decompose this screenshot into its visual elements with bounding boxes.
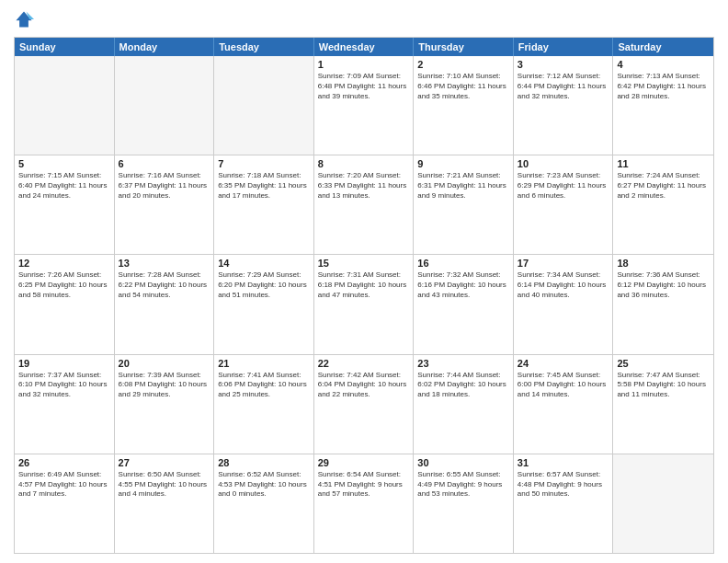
day-info-12: Sunrise: 7:26 AM Sunset: 6:25 PM Dayligh… bbox=[18, 270, 110, 300]
calendar-cell-4-3: 29Sunrise: 6:54 AM Sunset: 4:51 PM Dayli… bbox=[314, 454, 415, 553]
day-info-18: Sunrise: 7:36 AM Sunset: 6:12 PM Dayligh… bbox=[617, 270, 710, 300]
day-info-7: Sunrise: 7:18 AM Sunset: 6:35 PM Dayligh… bbox=[218, 171, 310, 201]
header-day-saturday: Saturday bbox=[613, 38, 713, 56]
calendar-cell-4-2: 28Sunrise: 6:52 AM Sunset: 4:53 PM Dayli… bbox=[214, 454, 314, 553]
logo bbox=[14, 9, 36, 29]
calendar-cell-1-6: 11Sunrise: 7:24 AM Sunset: 6:27 PM Dayli… bbox=[613, 155, 713, 254]
day-info-20: Sunrise: 7:39 AM Sunset: 6:08 PM Dayligh… bbox=[119, 371, 210, 400]
day-info-1: Sunrise: 7:09 AM Sunset: 6:48 PM Dayligh… bbox=[318, 72, 410, 101]
calendar: SundayMondayTuesdayWednesdayThursdayFrid… bbox=[14, 37, 714, 554]
calendar-cell-3-6: 25Sunrise: 7:47 AM Sunset: 5:58 PM Dayli… bbox=[613, 355, 713, 454]
calendar-cell-3-1: 20Sunrise: 7:39 AM Sunset: 6:08 PM Dayli… bbox=[115, 355, 215, 454]
day-number-23: 23 bbox=[417, 358, 509, 369]
day-info-22: Sunrise: 7:42 AM Sunset: 6:04 PM Dayligh… bbox=[318, 371, 410, 400]
calendar-cell-2-4: 16Sunrise: 7:32 AM Sunset: 6:16 PM Dayli… bbox=[414, 255, 514, 353]
calendar-header: SundayMondayTuesdayWednesdayThursdayFrid… bbox=[15, 38, 713, 56]
calendar-cell-3-0: 19Sunrise: 7:37 AM Sunset: 6:10 PM Dayli… bbox=[15, 355, 115, 454]
day-info-28: Sunrise: 6:52 AM Sunset: 4:53 PM Dayligh… bbox=[218, 470, 310, 500]
day-number-4: 4 bbox=[617, 59, 710, 70]
day-number-27: 27 bbox=[119, 457, 210, 468]
day-info-8: Sunrise: 7:20 AM Sunset: 6:33 PM Dayligh… bbox=[318, 171, 410, 201]
day-number-30: 30 bbox=[417, 457, 509, 468]
header-day-thursday: Thursday bbox=[414, 38, 514, 56]
calendar-cell-4-6 bbox=[613, 454, 713, 553]
calendar-row-1: 5Sunrise: 7:15 AM Sunset: 6:40 PM Daylig… bbox=[15, 155, 713, 255]
day-info-23: Sunrise: 7:44 AM Sunset: 6:02 PM Dayligh… bbox=[417, 371, 509, 400]
day-info-4: Sunrise: 7:13 AM Sunset: 6:42 PM Dayligh… bbox=[617, 72, 710, 101]
day-info-24: Sunrise: 7:45 AM Sunset: 6:00 PM Dayligh… bbox=[518, 371, 609, 400]
header-day-friday: Friday bbox=[514, 38, 614, 56]
day-info-30: Sunrise: 6:55 AM Sunset: 4:49 PM Dayligh… bbox=[417, 470, 509, 500]
day-info-17: Sunrise: 7:34 AM Sunset: 6:14 PM Dayligh… bbox=[518, 270, 609, 300]
day-number-3: 3 bbox=[518, 59, 609, 70]
calendar-cell-1-2: 7Sunrise: 7:18 AM Sunset: 6:35 PM Daylig… bbox=[214, 155, 314, 254]
header-day-monday: Monday bbox=[115, 38, 215, 56]
header bbox=[14, 9, 714, 29]
day-info-10: Sunrise: 7:23 AM Sunset: 6:29 PM Dayligh… bbox=[518, 171, 609, 201]
day-number-25: 25 bbox=[617, 358, 710, 369]
day-number-29: 29 bbox=[318, 457, 410, 468]
calendar-cell-0-6: 4Sunrise: 7:13 AM Sunset: 6:42 PM Daylig… bbox=[613, 56, 713, 155]
svg-marker-0 bbox=[16, 11, 31, 27]
calendar-cell-4-0: 26Sunrise: 6:49 AM Sunset: 4:57 PM Dayli… bbox=[15, 454, 115, 553]
day-info-16: Sunrise: 7:32 AM Sunset: 6:16 PM Dayligh… bbox=[417, 270, 509, 300]
day-info-3: Sunrise: 7:12 AM Sunset: 6:44 PM Dayligh… bbox=[518, 72, 609, 101]
day-info-25: Sunrise: 7:47 AM Sunset: 5:58 PM Dayligh… bbox=[617, 371, 710, 400]
calendar-cell-1-0: 5Sunrise: 7:15 AM Sunset: 6:40 PM Daylig… bbox=[15, 155, 115, 254]
day-info-27: Sunrise: 6:50 AM Sunset: 4:55 PM Dayligh… bbox=[119, 470, 210, 500]
calendar-cell-2-5: 17Sunrise: 7:34 AM Sunset: 6:14 PM Dayli… bbox=[514, 255, 614, 353]
day-number-7: 7 bbox=[218, 158, 310, 169]
header-day-sunday: Sunday bbox=[15, 38, 115, 56]
day-info-11: Sunrise: 7:24 AM Sunset: 6:27 PM Dayligh… bbox=[617, 171, 710, 201]
calendar-cell-1-4: 9Sunrise: 7:21 AM Sunset: 6:31 PM Daylig… bbox=[414, 155, 514, 254]
calendar-cell-4-4: 30Sunrise: 6:55 AM Sunset: 4:49 PM Dayli… bbox=[414, 454, 514, 553]
calendar-body: 1Sunrise: 7:09 AM Sunset: 6:48 PM Daylig… bbox=[15, 56, 713, 553]
day-number-6: 6 bbox=[119, 158, 210, 169]
page: SundayMondayTuesdayWednesdayThursdayFrid… bbox=[0, 0, 728, 563]
calendar-cell-0-0 bbox=[15, 56, 115, 155]
day-number-12: 12 bbox=[18, 258, 110, 269]
day-info-6: Sunrise: 7:16 AM Sunset: 6:37 PM Dayligh… bbox=[119, 171, 210, 201]
day-number-10: 10 bbox=[518, 158, 609, 169]
calendar-row-2: 12Sunrise: 7:26 AM Sunset: 6:25 PM Dayli… bbox=[15, 255, 713, 354]
day-info-5: Sunrise: 7:15 AM Sunset: 6:40 PM Dayligh… bbox=[18, 171, 110, 201]
calendar-cell-0-2 bbox=[214, 56, 314, 155]
calendar-cell-1-3: 8Sunrise: 7:20 AM Sunset: 6:33 PM Daylig… bbox=[314, 155, 415, 254]
day-info-29: Sunrise: 6:54 AM Sunset: 4:51 PM Dayligh… bbox=[318, 470, 410, 500]
calendar-cell-0-3: 1Sunrise: 7:09 AM Sunset: 6:48 PM Daylig… bbox=[314, 56, 415, 155]
day-info-31: Sunrise: 6:57 AM Sunset: 4:48 PM Dayligh… bbox=[518, 470, 609, 500]
calendar-cell-1-5: 10Sunrise: 7:23 AM Sunset: 6:29 PM Dayli… bbox=[514, 155, 614, 254]
day-info-9: Sunrise: 7:21 AM Sunset: 6:31 PM Dayligh… bbox=[417, 171, 509, 201]
calendar-cell-2-3: 15Sunrise: 7:31 AM Sunset: 6:18 PM Dayli… bbox=[314, 255, 415, 353]
calendar-cell-1-1: 6Sunrise: 7:16 AM Sunset: 6:37 PM Daylig… bbox=[115, 155, 215, 254]
header-day-tuesday: Tuesday bbox=[214, 38, 314, 56]
day-number-14: 14 bbox=[218, 258, 310, 269]
day-number-8: 8 bbox=[318, 158, 410, 169]
calendar-cell-3-5: 24Sunrise: 7:45 AM Sunset: 6:00 PM Dayli… bbox=[514, 355, 614, 454]
day-number-15: 15 bbox=[318, 258, 410, 269]
calendar-cell-3-2: 21Sunrise: 7:41 AM Sunset: 6:06 PM Dayli… bbox=[214, 355, 314, 454]
calendar-cell-2-0: 12Sunrise: 7:26 AM Sunset: 6:25 PM Dayli… bbox=[15, 255, 115, 353]
day-number-22: 22 bbox=[318, 358, 410, 369]
calendar-row-3: 19Sunrise: 7:37 AM Sunset: 6:10 PM Dayli… bbox=[15, 355, 713, 454]
day-number-11: 11 bbox=[617, 158, 710, 169]
day-number-18: 18 bbox=[617, 258, 710, 269]
calendar-cell-2-1: 13Sunrise: 7:28 AM Sunset: 6:22 PM Dayli… bbox=[115, 255, 215, 353]
day-number-16: 16 bbox=[417, 258, 509, 269]
calendar-cell-2-6: 18Sunrise: 7:36 AM Sunset: 6:12 PM Dayli… bbox=[613, 255, 713, 353]
calendar-cell-3-3: 22Sunrise: 7:42 AM Sunset: 6:04 PM Dayli… bbox=[314, 355, 415, 454]
day-info-13: Sunrise: 7:28 AM Sunset: 6:22 PM Dayligh… bbox=[119, 270, 210, 300]
day-info-15: Sunrise: 7:31 AM Sunset: 6:18 PM Dayligh… bbox=[318, 270, 410, 300]
calendar-cell-4-5: 31Sunrise: 6:57 AM Sunset: 4:48 PM Dayli… bbox=[514, 454, 614, 553]
day-number-9: 9 bbox=[417, 158, 509, 169]
header-day-wednesday: Wednesday bbox=[314, 38, 415, 56]
day-number-13: 13 bbox=[119, 258, 210, 269]
day-info-14: Sunrise: 7:29 AM Sunset: 6:20 PM Dayligh… bbox=[218, 270, 310, 300]
calendar-cell-0-1 bbox=[115, 56, 215, 155]
calendar-cell-4-1: 27Sunrise: 6:50 AM Sunset: 4:55 PM Dayli… bbox=[115, 454, 215, 553]
day-number-1: 1 bbox=[318, 59, 410, 70]
calendar-row-4: 26Sunrise: 6:49 AM Sunset: 4:57 PM Dayli… bbox=[15, 454, 713, 553]
day-number-26: 26 bbox=[18, 457, 110, 468]
day-info-26: Sunrise: 6:49 AM Sunset: 4:57 PM Dayligh… bbox=[18, 470, 110, 500]
day-number-21: 21 bbox=[218, 358, 310, 369]
